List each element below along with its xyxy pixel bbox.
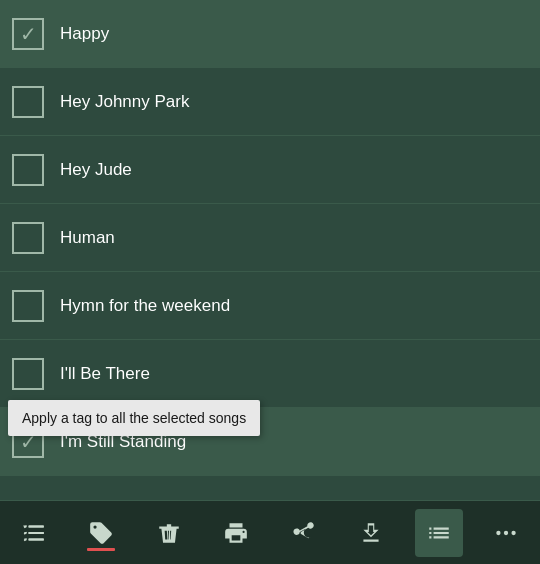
download-button[interactable] [347,509,395,557]
tooltip: Apply a tag to all the selected songs [8,400,260,436]
song-title: I'll Be There [60,364,150,384]
checklist-button[interactable] [10,509,58,557]
svg-point-4 [497,530,501,534]
toolbar [0,500,540,564]
song-checkbox[interactable] [12,290,44,322]
share-icon [291,520,317,546]
song-checkbox[interactable]: ✓ [12,18,44,50]
share-button[interactable] [280,509,328,557]
song-checkbox[interactable] [12,358,44,390]
svg-point-5 [504,530,508,534]
checklist-icon [21,520,47,546]
song-checkbox[interactable] [12,86,44,118]
print-button[interactable] [212,509,260,557]
song-item[interactable]: Hey Jude [0,136,540,204]
download-icon [358,520,384,546]
tag-button[interactable] [77,509,125,557]
delete-icon [156,520,182,546]
song-checkbox[interactable] [12,154,44,186]
song-title: Happy [60,24,109,44]
list-view-icon [426,520,452,546]
svg-rect-2 [28,531,43,533]
song-item[interactable]: Hey Johnny Park [0,68,540,136]
song-item[interactable]: I'll Be There [0,340,540,408]
song-title: Hymn for the weekend [60,296,230,316]
tag-icon [88,520,114,546]
song-item[interactable]: Human [0,204,540,272]
song-title: Human [60,228,115,248]
checkmark-icon: ✓ [20,24,37,44]
list-view-button[interactable] [415,509,463,557]
song-item[interactable]: Hymn for the weekend [0,272,540,340]
svg-rect-3 [28,538,43,540]
print-icon [223,520,249,546]
svg-point-6 [512,530,516,534]
song-title: Hey Jude [60,160,132,180]
song-item[interactable]: ✓Happy [0,0,540,68]
song-checkbox[interactable] [12,222,44,254]
more-options-button[interactable] [482,509,530,557]
svg-rect-1 [28,525,43,527]
more-options-icon [493,520,519,546]
delete-button[interactable] [145,509,193,557]
song-title: Hey Johnny Park [60,92,189,112]
